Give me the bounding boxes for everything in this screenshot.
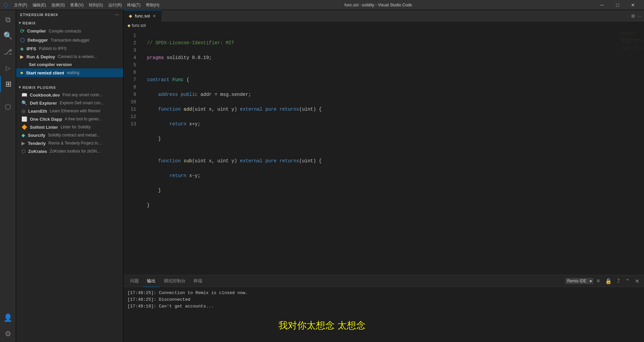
terminal-panel: 问题 输出 调试控制台 终端 Remix IDE ▾ ≡ 🔒 ⤴	[123, 275, 644, 342]
tab-close-button[interactable]: ✕	[153, 14, 156, 18]
debug-icon[interactable]: ▷	[0, 60, 16, 76]
compiler-icon: ⟳	[20, 28, 24, 34]
plugin-zokrates[interactable]: ⬡ ZoKrates ZoKrates toolbox for zkSN...	[16, 147, 123, 155]
maximize-button[interactable]: □	[610, 0, 625, 10]
menu-edit[interactable]: 编辑(E)	[30, 0, 49, 10]
debugger-icon: ⬡	[20, 37, 25, 43]
source-control-icon[interactable]: ⎇	[0, 44, 16, 60]
tab-problems[interactable]: 问题	[126, 275, 143, 287]
menu-goto[interactable]: 转到(G)	[86, 0, 105, 10]
deploy-desc: Connect to a networ...	[58, 54, 97, 59]
learneth-icon: ◎	[21, 108, 25, 114]
plugin-tenderly[interactable]: ▶ Tenderly Remix & Tenderly Project In..…	[16, 139, 123, 147]
remix-icon[interactable]: ⬡	[0, 99, 16, 115]
sidebar-item-deploy[interactable]: ▶ Run & Deploy Connect to a networ...	[16, 53, 123, 61]
tab-label: func.sol	[135, 13, 150, 18]
terminal-lock-icon[interactable]: 🔒	[603, 277, 614, 285]
plugin-sourcify[interactable]: ◆ Sourcify Solidity contract and metad..…	[16, 131, 123, 139]
tenderly-name: Tenderly	[28, 141, 46, 146]
code-content[interactable]: // SPDX-License-Identifier: MIT pragma s…	[140, 29, 617, 275]
tab-terminal[interactable]: 终端	[190, 275, 206, 287]
terminal-tab-bar: 问题 输出 调试控制台 终端 Remix IDE ▾ ≡ 🔒 ⤴	[123, 275, 644, 287]
menu-select[interactable]: 选择(S)	[49, 0, 67, 10]
menu-help[interactable]: 帮助(H)	[143, 0, 162, 10]
sidebar-item-debugger[interactable]: ⬡ Debugger Transaction debugger	[16, 36, 123, 45]
breadcrumb-file-icon: ◆	[127, 23, 130, 28]
editor-tab-funcsol[interactable]: ◆ func.sol ✕	[123, 10, 162, 22]
debugger-desc: Transaction debugger	[51, 38, 90, 43]
compiler-desc: Compile contracts	[49, 29, 81, 34]
settings-icon[interactable]: ⚙	[0, 326, 16, 342]
compiler-version-name: Set compiler version	[29, 62, 72, 67]
menu-view[interactable]: 查看(V)	[67, 0, 86, 10]
plugin-cookbook[interactable]: 📖 Cookbook.dev Find any smart contr...	[16, 91, 123, 99]
code-line-2: pragma solidity 0.8.19;	[140, 54, 617, 61]
sidebar-header: ETHEREUM REMIX ···	[16, 10, 123, 19]
plugin-defi[interactable]: 🔍 Defi Explorer Explore Defi smart con..…	[16, 99, 123, 107]
solhint-desc: Linter for Solidity	[61, 125, 91, 129]
chevron-down-icon-plugins: ▾	[19, 85, 21, 90]
terminal-collapse-icon[interactable]: ⌃	[623, 277, 632, 285]
zokrates-desc: ZoKrates toolbox for zkSN...	[50, 149, 100, 154]
ipfs-name: IPFS	[26, 46, 36, 51]
breadcrumb-text[interactable]: func.sol	[132, 23, 146, 28]
sidebar-title: ETHEREUM REMIX	[20, 13, 58, 17]
log-line-2: [17:48:25]: Disconnected	[127, 296, 640, 303]
sourcify-desc: Solidity contract and metad...	[48, 133, 100, 137]
plugin-oneclickdapp[interactable]: ⬜ One Click Dapp A free tool to gener...	[16, 115, 123, 123]
plugin-solhint[interactable]: 🔶 Solhint Linter Linter for Solidity	[16, 123, 123, 131]
sidebar-more-icon[interactable]: ···	[115, 13, 119, 17]
defi-name: Defi Explorer	[30, 101, 57, 106]
remixd-desc: waiting	[67, 70, 79, 75]
sidebar-item-compiler[interactable]: ⟳ Compiler Compile contracts	[16, 26, 123, 36]
zokrates-name: ZoKrates	[28, 149, 47, 154]
sidebar-item-compiler-version[interactable]: Set compiler version	[16, 61, 123, 68]
sidebar: ETHEREUM REMIX ··· ▾ REMIX ⟳ Compiler Co…	[16, 10, 123, 342]
learneth-desc: Learn Ethereum with Remix!	[50, 109, 100, 113]
window-controls: ─ □ ✕	[594, 0, 641, 10]
close-button[interactable]: ✕	[625, 0, 641, 10]
account-icon[interactable]: 👤	[0, 310, 16, 326]
tenderly-desc: Remix & Tenderly Project In...	[48, 141, 101, 146]
menu-file[interactable]: 文件(F)	[11, 0, 30, 10]
sidebar-item-ipfs[interactable]: ◈ IPFS Publish to IPFS	[16, 45, 123, 53]
sourcify-icon: ◆	[21, 132, 25, 138]
terminal-close-icon[interactable]: ✕	[633, 277, 641, 285]
deploy-icon: ▶	[20, 54, 24, 59]
menu-terminal[interactable]: 终端(T)	[124, 0, 143, 10]
menu-run[interactable]: 运行(R)	[106, 0, 125, 10]
solhint-icon: 🔶	[21, 124, 27, 130]
explorer-icon[interactable]: ⧉	[0, 12, 16, 28]
editor-split-icon[interactable]: ⊞	[631, 13, 635, 18]
sidebar-item-remixd[interactable]: ● Start remixd client waiting	[16, 68, 123, 77]
plugin-learneth[interactable]: ◎ LearnEth Learn Ethereum with Remix!	[16, 107, 123, 115]
terminal-controls: Remix IDE ▾ ≡ 🔒 ⤴ ⌃ ✕	[565, 277, 641, 285]
menu-bar: 文件(F) 编辑(E) 选择(S) 查看(V) 转到(G) 运行(R) 终端(T…	[11, 0, 162, 10]
editor-more-icon[interactable]: ···	[638, 13, 641, 18]
editor-area: ◆ func.sol ✕ ⊞ ··· ◆ func.sol 12345 6	[123, 10, 644, 342]
terminal-source-select[interactable]: Remix IDE	[565, 278, 593, 284]
vscode-logo: ⬡	[3, 2, 8, 8]
learneth-name: LearnEth	[28, 109, 47, 114]
defi-icon: 🔍	[21, 100, 27, 106]
remixd-icon: ●	[20, 70, 23, 76]
solhint-name: Solhint Linter	[30, 125, 58, 130]
sourcify-name: Sourcify	[28, 133, 45, 138]
cookbook-icon: 📖	[21, 92, 27, 98]
remix-section-label: REMIX	[22, 21, 36, 25]
extensions-icon[interactable]: ⊞	[0, 76, 16, 92]
search-icon[interactable]: 🔍	[0, 28, 16, 44]
code-line-5: address public addr = msg.sender;	[140, 91, 617, 98]
tab-debug-console[interactable]: 调试控制台	[160, 275, 190, 287]
code-editor[interactable]: 12345 678910 111213 // SPDX-License-Iden…	[123, 29, 644, 275]
plugins-section-header[interactable]: ▾ REMIX PLUGINS	[16, 84, 123, 91]
defi-desc: Explore Defi smart con...	[60, 101, 104, 105]
terminal-filter-icon[interactable]: ≡	[595, 277, 602, 285]
activity-bar: ⧉ 🔍 ⎇ ▷ ⊞ ⬡ 👤 ⚙	[0, 10, 16, 342]
terminal-share-icon[interactable]: ⤴	[615, 277, 622, 285]
line-numbers: 12345 678910 111213	[123, 29, 140, 275]
oneclickdapp-name: One Click Dapp	[30, 117, 62, 122]
tab-output[interactable]: 输出	[143, 275, 160, 287]
remix-section-header[interactable]: ▾ REMIX	[16, 19, 123, 26]
minimize-button[interactable]: ─	[594, 0, 610, 10]
